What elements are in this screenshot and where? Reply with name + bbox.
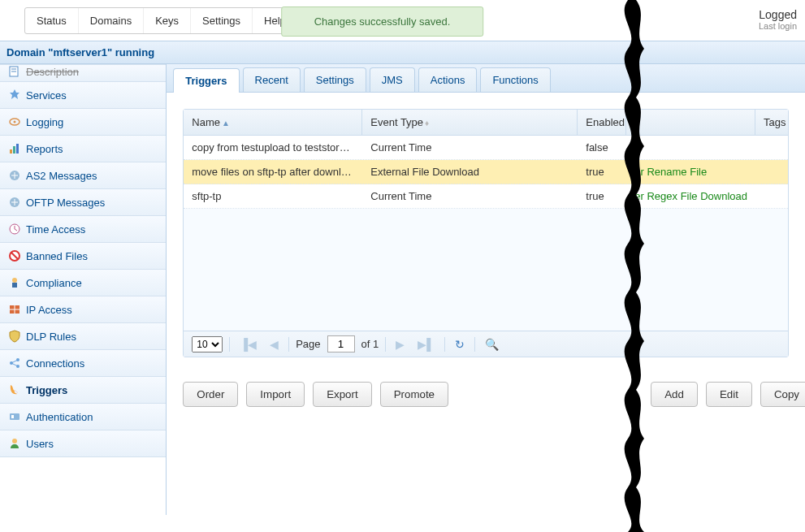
- success-banner: Changes successfully saved.: [281, 6, 484, 37]
- sidebar-item-triggers[interactable]: Triggers: [0, 377, 166, 404]
- sidebar-item-dlp[interactable]: DLP Rules: [0, 323, 166, 350]
- cell-name: move files on sftp-tp after download: [184, 160, 362, 184]
- page-size-select[interactable]: 10: [192, 336, 223, 353]
- last-login-text: Last login: [759, 21, 797, 31]
- grid-header: Name▲ Event Type♦ Enabled Tags: [184, 110, 788, 136]
- export-button[interactable]: Export: [313, 382, 372, 407]
- connections-icon: [8, 357, 21, 370]
- user-icon: [8, 437, 21, 450]
- search-icon[interactable]: 🔍: [482, 336, 502, 353]
- svg-rect-23: [11, 415, 14, 418]
- separator: [229, 337, 230, 352]
- col-name-label: Name: [192, 116, 220, 128]
- triggers-icon: [8, 383, 21, 396]
- sidebar-label: Authentication: [26, 411, 93, 423]
- tab-functions[interactable]: Functions: [480, 67, 550, 92]
- main-panel: Triggers Recent Settings JMS Actions Fun…: [167, 64, 805, 515]
- table-row[interactable]: move files on sftp-tp after download Ext…: [184, 160, 788, 184]
- sidebar-item-as2[interactable]: AS2 Messages: [0, 162, 166, 189]
- login-info: Logged Last login: [759, 8, 797, 31]
- sidebar-label: Connections: [26, 357, 84, 370]
- sidebar-label: Compliance: [26, 277, 82, 289]
- reports-icon: [8, 142, 21, 155]
- col-event[interactable]: Event Type♦: [362, 110, 578, 135]
- tab-jms[interactable]: JMS: [370, 67, 415, 92]
- separator: [385, 337, 386, 352]
- cell-enabled: true: [578, 160, 626, 184]
- sidebar-item-oftp[interactable]: OFTP Messages: [0, 189, 166, 216]
- logged-text: Logged: [759, 8, 797, 21]
- content-area: Name▲ Event Type♦ Enabled Tags copy from…: [167, 93, 805, 515]
- sidebar-item-time-access[interactable]: Time Access: [0, 216, 166, 243]
- sidebar-item-ip-access[interactable]: IP Access: [0, 296, 166, 323]
- separator: [444, 337, 445, 352]
- sidebar-item-users[interactable]: Users: [0, 430, 166, 457]
- workspace: Description Services Logging Reports AS2…: [0, 64, 805, 515]
- next-page-icon[interactable]: ▶: [392, 336, 408, 353]
- col-name[interactable]: Name▲: [184, 110, 362, 135]
- sidebar-item-authentication[interactable]: Authentication: [0, 404, 166, 430]
- svg-rect-7: [13, 146, 15, 154]
- order-button[interactable]: Order: [183, 382, 238, 407]
- sidebar-label: Time Access: [26, 223, 85, 236]
- page-label: Page: [296, 338, 320, 350]
- cell-name: copy from testupload to teststorage: [184, 136, 362, 159]
- sidebar-label: Banned Files: [26, 250, 88, 262]
- tab-recent[interactable]: Recent: [243, 67, 301, 92]
- promote-button[interactable]: Promote: [380, 382, 448, 407]
- col-tags[interactable]: Tags: [755, 110, 788, 135]
- as2-icon: [8, 169, 21, 182]
- sidebar-item-description[interactable]: Description: [0, 64, 166, 82]
- firewall-icon: [8, 303, 21, 316]
- triggers-grid: Name▲ Event Type♦ Enabled Tags copy from…: [183, 109, 789, 357]
- cell-extra: [626, 136, 755, 159]
- table-row[interactable]: sftp-tp Current Time true er Regex File …: [184, 184, 788, 209]
- cell-event: Current Time: [362, 136, 578, 159]
- sidebar-item-banned-files[interactable]: Banned Files: [0, 243, 166, 270]
- sidebar-label: Description: [26, 66, 79, 78]
- cell-enabled: true: [578, 184, 626, 208]
- tab-triggers[interactable]: Triggers: [173, 68, 239, 93]
- nav-settings[interactable]: Settings: [191, 8, 253, 33]
- nav-keys[interactable]: Keys: [144, 8, 191, 33]
- tab-settings[interactable]: Settings: [304, 67, 366, 92]
- cell-tags: [755, 160, 788, 184]
- prev-page-icon[interactable]: ◀: [266, 336, 282, 353]
- first-page-icon[interactable]: ▐◀: [236, 336, 260, 353]
- svg-point-14: [12, 278, 17, 283]
- tab-actions[interactable]: Actions: [418, 67, 478, 92]
- page-input[interactable]: [327, 335, 355, 353]
- sidebar-item-reports[interactable]: Reports: [0, 136, 166, 162]
- shield-icon: [8, 330, 21, 343]
- sidebar-label: Services: [26, 89, 67, 102]
- sidebar-item-compliance[interactable]: Compliance: [0, 270, 166, 296]
- cell-event: Current Time: [362, 184, 578, 208]
- nav-domains[interactable]: Domains: [79, 8, 144, 33]
- top-nav: Status Domains Keys Settings Help Change…: [0, 0, 805, 41]
- banned-icon: [8, 249, 21, 262]
- cell-enabled: false: [578, 136, 626, 159]
- svg-rect-22: [10, 413, 19, 420]
- tabs-row: Triggers Recent Settings JMS Actions Fun…: [167, 64, 805, 93]
- svg-point-5: [14, 121, 16, 123]
- copy-button[interactable]: Copy: [760, 382, 805, 407]
- col-enabled[interactable]: Enabled: [578, 110, 626, 135]
- nav-status[interactable]: Status: [25, 8, 79, 33]
- add-button[interactable]: Add: [651, 382, 698, 407]
- sidebar-item-logging[interactable]: Logging: [0, 109, 166, 136]
- logging-icon: [8, 115, 21, 128]
- cell-tags: [755, 184, 788, 208]
- refresh-icon[interactable]: ↻: [452, 336, 468, 353]
- import-button[interactable]: Import: [246, 382, 305, 407]
- clock-icon: [8, 223, 21, 236]
- svg-rect-15: [12, 283, 17, 288]
- last-page-icon[interactable]: ▶▌: [414, 336, 438, 353]
- separator: [288, 337, 289, 352]
- sidebar-item-connections[interactable]: Connections: [0, 350, 166, 377]
- svg-marker-3: [10, 89, 19, 99]
- table-row[interactable]: copy from testupload to teststorage Curr…: [184, 136, 788, 160]
- sidebar-item-services[interactable]: Services: [0, 82, 166, 109]
- page-of: of 1: [361, 338, 379, 350]
- separator: [474, 337, 475, 352]
- edit-button[interactable]: Edit: [706, 382, 752, 407]
